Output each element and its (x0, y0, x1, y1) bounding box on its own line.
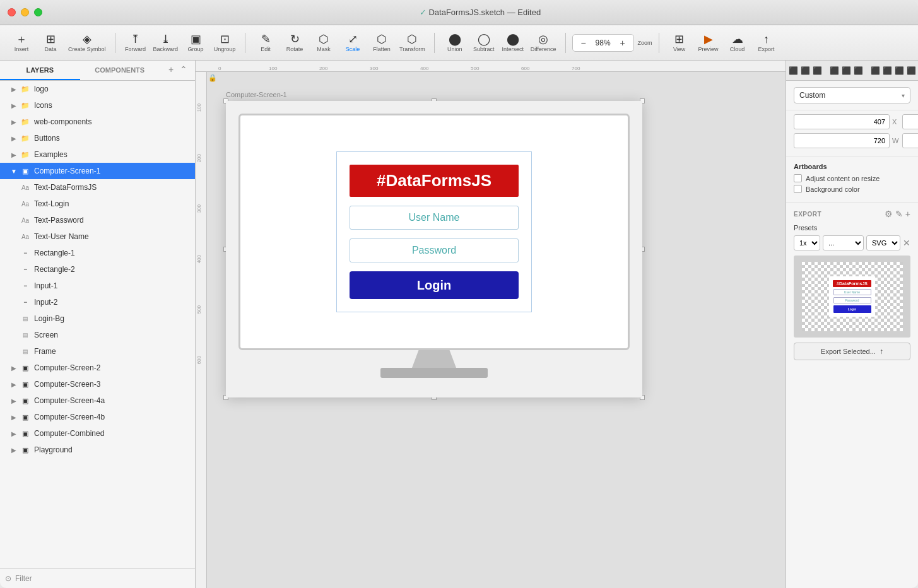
transform-button[interactable]: ⬡ Transform (397, 29, 428, 57)
export-settings-icon[interactable]: ⚙ (885, 209, 893, 219)
layer-item-computer-screen-4b[interactable]: ▶ ▣ Computer-Screen-4b (0, 409, 195, 425)
export-selected-button[interactable]: Export Selected... ↑ (794, 343, 910, 360)
mask-button[interactable]: ⬡ Mask (310, 29, 338, 57)
cloud-icon: ☁ (732, 33, 743, 45)
view-button[interactable]: ⊞ View (666, 29, 693, 57)
space-h-button[interactable]: ⬛ (895, 63, 904, 78)
layer-item-computer-screen-1[interactable]: ▼ ▣ Computer-Screen-1 (0, 163, 195, 179)
difference-button[interactable]: ◎ Difference (528, 29, 559, 57)
edit-button[interactable]: ✎ Edit (252, 29, 280, 57)
scale-button[interactable]: ⤢ Scale (339, 29, 367, 57)
zoom-value[interactable]: 98% (592, 38, 615, 47)
y-input[interactable] (902, 114, 918, 129)
username-field[interactable]: User Name (350, 206, 519, 230)
adjust-content-checkbox[interactable] (794, 174, 802, 182)
layer-item-text-password[interactable]: Aa Text-Password (0, 212, 195, 228)
tab-layers[interactable]: LAYERS (0, 61, 80, 80)
layer-item-computer-screen-4a[interactable]: ▶ ▣ Computer-Screen-4a (0, 392, 195, 409)
w-input[interactable] (794, 133, 890, 148)
layer-item-icons[interactable]: ▶ 📁 Icons (0, 97, 195, 114)
export-add-icon[interactable]: + (905, 209, 910, 219)
background-color-label: Background color (806, 185, 860, 193)
flatten-button[interactable]: ⬡ Flatten (368, 29, 396, 57)
layer-item-logo[interactable]: ▶ 📁 logo (0, 81, 195, 97)
expand-icon: ▶ (10, 430, 18, 437)
group-button[interactable]: ▣ Group (182, 29, 209, 57)
subtract-button[interactable]: ◯ Subtract (470, 29, 498, 57)
password-field[interactable]: Password (350, 238, 519, 262)
layer-item-computer-screen-3[interactable]: ▶ ▣ Computer-Screen-3 (0, 376, 195, 392)
preset-prefix-select[interactable]: ... (823, 235, 864, 250)
cloud-button[interactable]: ☁ Cloud (724, 29, 751, 57)
layer-item-text-login[interactable]: Aa Text-Login (0, 196, 195, 212)
union-button[interactable]: ⬤ Union (441, 29, 469, 57)
align-left-button[interactable]: ⬛ (789, 63, 798, 78)
layer-item-screen[interactable]: ▤ Screen (0, 327, 195, 343)
add-layer-button[interactable]: + (165, 63, 177, 76)
layer-item-web-components[interactable]: ▶ 📁 web-components (0, 114, 195, 130)
layer-item-computer-screen-2[interactable]: ▶ ▣ Computer-Screen-2 (0, 360, 195, 376)
insert-button[interactable]: ＋ Insert (8, 29, 35, 57)
layer-item-computer-combined[interactable]: ▶ ▣ Computer-Combined (0, 425, 195, 442)
layer-item-playground[interactable]: ▶ ▣ Playground (0, 442, 195, 458)
zoom-in-button[interactable]: + (617, 37, 628, 49)
zoom-out-button[interactable]: − (578, 37, 589, 49)
data-button[interactable]: ⊞ Data (37, 29, 64, 57)
tab-components[interactable]: COMPONENTS (80, 61, 160, 80)
toolbar-group-arrange: ⤒ Forward ⤓ Backward ▣ Group ⊡ Ungroup (119, 29, 242, 57)
x-input[interactable] (794, 114, 890, 129)
rect-icon: ━ (20, 281, 30, 291)
layer-item-login-bg[interactable]: ▤ Login-Bg (0, 310, 195, 327)
style-dropdown[interactable]: Custom ▾ (794, 87, 910, 103)
align-right-button[interactable]: ⬛ (813, 63, 822, 78)
rotate-button[interactable]: ↻ Rotate (281, 29, 309, 57)
preset-scale-select[interactable]: 1x 2x 3x (794, 235, 820, 250)
align-bottom-button[interactable]: ⬛ (854, 63, 863, 78)
layer-item-examples[interactable]: ▶ 📁 Examples (0, 146, 195, 163)
monitor-mockup: #DataFormsJS User Name Password (226, 101, 642, 397)
toolbar: ＋ Insert ⊞ Data ◈ Create Symbol ⤒ Forwar… (0, 25, 918, 61)
align-center-v-button[interactable]: ⬛ (842, 63, 851, 78)
h-input[interactable] (902, 133, 918, 148)
title-icon: ✓ (420, 8, 427, 17)
toolbar-sep-2 (245, 33, 245, 53)
layer-item-rectangle-1[interactable]: ━ Rectangle-1 (0, 245, 195, 261)
collapse-layers-button[interactable]: ⌃ (177, 63, 190, 76)
remove-preset-button[interactable]: ✕ (903, 238, 910, 248)
canvas-scroll[interactable]: 🔒 Computer-Screen-1 (207, 72, 786, 588)
expand-icon: ▶ (10, 102, 18, 109)
export-toolbar-button[interactable]: ↑ Export (753, 29, 780, 57)
create-symbol-button[interactable]: ◈ Create Symbol (66, 29, 109, 57)
align-top-button[interactable]: ⬛ (830, 63, 839, 78)
close-button[interactable] (8, 8, 16, 16)
login-button[interactable]: Login (350, 271, 519, 299)
layer-item-buttons[interactable]: ▶ 📁 Buttons (0, 130, 195, 146)
wh-row: W H ⛓ ⬛ (794, 133, 910, 148)
background-color-checkbox[interactable] (794, 185, 802, 193)
expand-icon: ▶ (10, 364, 18, 372)
intersect-button[interactable]: ⬤ Intersect (499, 29, 527, 57)
ungroup-button[interactable]: ⊡ Ungroup (211, 29, 238, 57)
preset-format-select[interactable]: SVG PNG PDF (866, 235, 900, 250)
export-edit-icon[interactable]: ✎ (895, 209, 903, 219)
preview-button[interactable]: ▶ Preview (695, 29, 722, 57)
fullscreen-button[interactable] (34, 8, 42, 16)
align-center-h-button[interactable]: ⬛ (801, 63, 810, 78)
distribute-v-button[interactable]: ⬛ (883, 63, 892, 78)
artboard-icon: ▣ (20, 379, 30, 389)
login-form: #DataFormsJS User Name Password (336, 151, 532, 312)
layer-item-frame[interactable]: ▤ Frame (0, 343, 195, 360)
layer-item-input-2[interactable]: ━ Input-2 (0, 294, 195, 310)
layer-item-text-username[interactable]: Aa Text-User Name (0, 228, 195, 245)
backward-button[interactable]: ⤓ Backward (151, 29, 181, 57)
expand-icon: ▶ (10, 380, 18, 388)
minimize-button[interactable] (21, 8, 29, 16)
forward-button[interactable]: ⤒ Forward (122, 29, 150, 57)
layer-item-rectangle-2[interactable]: ━ Rectangle-2 (0, 261, 195, 278)
layer-item-text-dataformsjs[interactable]: Aa Text-DataFormsJS (0, 179, 195, 196)
layer-item-input-1[interactable]: ━ Input-1 (0, 278, 195, 294)
distribute-h-button[interactable]: ⬛ (871, 63, 880, 78)
space-v-button[interactable]: ⬛ (907, 63, 916, 78)
group-icon: ▣ (191, 33, 201, 45)
thumb-login: Login (833, 305, 871, 313)
